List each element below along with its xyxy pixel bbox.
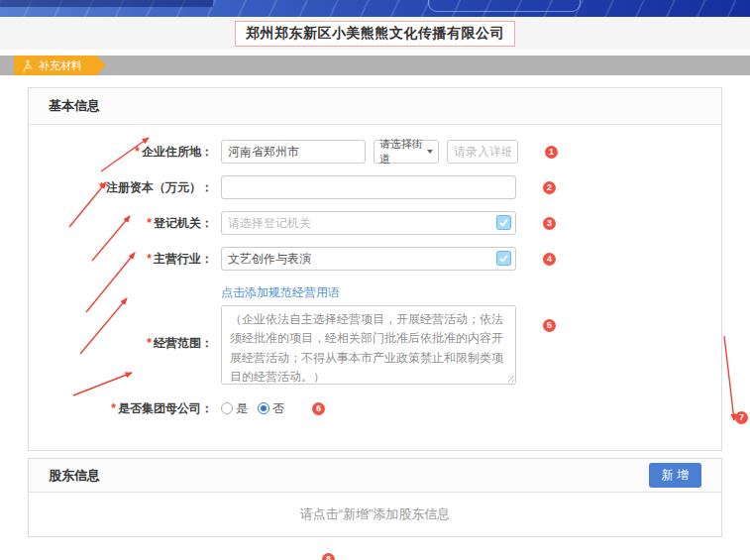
- industry-label: *主营行业：: [29, 247, 213, 271]
- scope-link-row: 点击添加规范经营用语: [221, 282, 721, 301]
- footer-actions: 8 完成并提交 返 回: [0, 553, 750, 560]
- annotation-badge-8: 8: [322, 553, 335, 560]
- street-select[interactable]: 请选择街道: [374, 140, 439, 164]
- scope-textarea[interactable]: （企业依法自主选择经营项目，开展经营活动；依法须经批准的项目，经相关部门批准后依…: [221, 305, 516, 385]
- required-mark: *: [111, 401, 116, 415]
- annotation-badge-7: 7: [735, 411, 748, 424]
- industry-input[interactable]: [221, 247, 516, 271]
- basic-info-card: 基本信息 *企业住所地： 请选择街道 1 *注册资本（万元）： 2 *登记机关：: [28, 87, 722, 451]
- registry-row: *登记机关： 3: [29, 211, 721, 235]
- add-standard-terms-link[interactable]: 点击添加规范经营用语: [221, 285, 340, 299]
- top-banner: [0, 0, 750, 17]
- scope-label: *经营范围：: [29, 331, 213, 355]
- annotation-badge-5: 5: [543, 319, 556, 332]
- registry-picker-icon[interactable]: [496, 215, 511, 230]
- industry-picker-icon[interactable]: [496, 251, 511, 266]
- shareholder-title: 股东信息: [49, 467, 100, 485]
- basic-info-title: 基本信息: [29, 88, 721, 125]
- annotation-badge-3: 3: [543, 217, 556, 230]
- shareholder-card: 股东信息 新 增 请点击“新增”添加股东信息: [28, 458, 722, 537]
- address-row: *企业住所地： 请选择街道 1: [29, 140, 721, 164]
- add-shareholder-button[interactable]: 新 增: [649, 463, 701, 488]
- required-mark: *: [147, 216, 152, 230]
- breadcrumb-bar: 补充材料: [0, 56, 750, 75]
- address-detail-input[interactable]: [447, 140, 518, 164]
- radio-no-label[interactable]: 否: [272, 400, 284, 417]
- banner-decoration-dark: [0, 0, 213, 7]
- annotation-badge-2: 2: [543, 181, 556, 194]
- tab-supplementary-materials[interactable]: 补充材料: [14, 56, 106, 75]
- registry-label: *登记机关：: [29, 211, 213, 235]
- address-city-input[interactable]: [221, 140, 366, 164]
- radio-yes[interactable]: [221, 402, 233, 414]
- banner-decoration-outline: [428, 0, 581, 12]
- address-label: *企业住所地：: [29, 140, 213, 164]
- capital-label: *注册资本（万元）：: [29, 175, 213, 199]
- shareholder-header: 股东信息 新 增: [29, 459, 721, 493]
- registry-input[interactable]: [221, 211, 516, 235]
- industry-row: *主营行业： 4: [29, 247, 721, 271]
- registry-field: [221, 211, 516, 235]
- company-name: 郑州郑东新区小美熊熊文化传播有限公司: [235, 21, 515, 47]
- industry-field: [221, 247, 516, 271]
- required-mark: *: [135, 145, 140, 159]
- shareholder-empty-hint: 请点击“新增”添加股东信息: [29, 493, 721, 536]
- radio-yes-label[interactable]: 是: [236, 400, 248, 417]
- group-parent-row: *是否集团母公司： 是 否 6: [29, 396, 721, 420]
- capital-input[interactable]: [221, 175, 516, 199]
- annotation-badge-4: 4: [543, 253, 556, 266]
- required-mark: *: [147, 336, 152, 350]
- annotation-badge-1: 1: [545, 146, 558, 159]
- basic-info-form: *企业住所地： 请选择街道 1 *注册资本（万元）： 2 *登记机关：: [29, 125, 721, 450]
- radio-no[interactable]: [258, 402, 269, 414]
- tab-label: 补充材料: [39, 58, 82, 73]
- required-mark: *: [99, 180, 104, 194]
- capital-row: *注册资本（万元）： 2: [29, 175, 721, 199]
- company-title-bar: 郑州郑东新区小美熊熊文化传播有限公司: [0, 17, 750, 50]
- chevron-down-icon: [427, 150, 433, 154]
- scope-row: *经营范围： （企业依法自主选择经营项目，开展经营活动；依法须经批准的项目，经相…: [29, 305, 721, 385]
- street-select-value: 请选择街道: [379, 137, 427, 167]
- required-mark: *: [147, 252, 152, 266]
- person-icon: [22, 59, 33, 72]
- scope-field: （企业依法自主选择经营项目，开展经营活动；依法须经批准的项目，经相关部门批准后依…: [221, 305, 516, 385]
- annotation-badge-6: 6: [312, 402, 325, 415]
- group-parent-label: *是否集团母公司：: [29, 396, 213, 420]
